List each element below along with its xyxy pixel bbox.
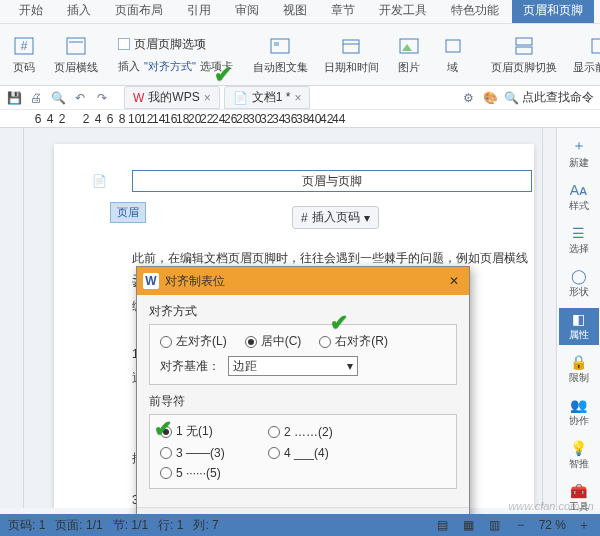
- skin-icon[interactable]: 🎨: [482, 90, 498, 106]
- tab-ref[interactable]: 引用: [176, 0, 222, 23]
- ribbon-picture[interactable]: 图片: [391, 32, 427, 77]
- tab-insert[interactable]: 插入: [56, 0, 102, 23]
- svg-marker-9: [402, 44, 412, 51]
- vertical-scrollbar[interactable]: [542, 128, 556, 508]
- zoom-out-icon[interactable]: −: [513, 517, 529, 533]
- radio-leader-3[interactable]: 3 ——(3): [160, 446, 248, 460]
- side-shape[interactable]: ◯形状: [559, 265, 599, 302]
- status-bar: 页码: 1 页面: 1/1 节: 1/1 行: 1 列: 7 ▤ ▦ ▥ − 7…: [0, 514, 600, 536]
- people-icon: 👥: [570, 397, 587, 413]
- radio-leader-4[interactable]: 4 ___(4): [268, 446, 356, 460]
- zoom-in-icon[interactable]: ＋: [576, 517, 592, 533]
- print-icon[interactable]: 🖨: [28, 90, 44, 106]
- ribbon-align-label[interactable]: "对齐方式": [144, 59, 196, 74]
- ribbon-showprev[interactable]: 显示前一项: [569, 32, 600, 77]
- save-icon[interactable]: 💾: [6, 90, 22, 106]
- ribbon-pageline[interactable]: 页眉横线: [50, 32, 102, 77]
- dialog-close-button[interactable]: ✕: [445, 272, 463, 290]
- calendar-icon: [337, 34, 365, 58]
- ribbon-headerfooter-options[interactable]: 页眉页脚选项: [118, 36, 233, 53]
- align-section-label: 对齐方式: [149, 303, 457, 320]
- property-icon: ◧: [572, 311, 585, 327]
- view-web-icon[interactable]: ▦: [461, 517, 477, 533]
- status-section: 节: 1/1: [113, 517, 148, 534]
- header-edit-box[interactable]: 页眉与页脚: [132, 170, 532, 192]
- view-normal-icon[interactable]: ▤: [435, 517, 451, 533]
- tab-layout[interactable]: 页面布局: [104, 0, 174, 23]
- leader-section-label: 前导符: [149, 393, 457, 410]
- side-property[interactable]: ◧属性: [559, 308, 599, 345]
- tab-special[interactable]: 特色功能: [440, 0, 510, 23]
- settings-icon[interactable]: ⚙: [460, 90, 476, 106]
- close-icon[interactable]: ×: [204, 91, 211, 105]
- tab-headerfooter[interactable]: 页眉和页脚: [512, 0, 594, 23]
- doctab-wps-label: 我的WPS: [148, 89, 199, 106]
- svg-rect-6: [343, 40, 359, 53]
- close-icon[interactable]: ×: [294, 91, 301, 105]
- checkbox-icon: [118, 38, 130, 50]
- shape-icon: ◯: [571, 268, 587, 284]
- tab-view[interactable]: 视图: [272, 0, 318, 23]
- baseline-value: 边距: [233, 358, 257, 375]
- ribbon-autogallery[interactable]: 自动图文集: [249, 32, 312, 77]
- wps-logo-icon: W: [133, 91, 144, 105]
- horizontal-ruler[interactable]: 6422468101214161820222426283032343638404…: [0, 110, 600, 128]
- picture-icon: [395, 34, 423, 58]
- chevron-down-icon: ▾: [347, 359, 353, 373]
- side-select[interactable]: ☰选择: [559, 222, 599, 259]
- radio-leader-2[interactable]: 2 ……(2): [268, 423, 356, 440]
- ribbon-field[interactable]: 域: [435, 32, 471, 77]
- search-placeholder: 点此查找命令: [522, 89, 594, 106]
- field-icon: [439, 34, 467, 58]
- insert-pagenumber-label: 插入页码: [312, 209, 360, 226]
- vertical-ruler[interactable]: [0, 128, 24, 508]
- doctab-wps[interactable]: W 我的WPS ×: [124, 86, 220, 109]
- dialog-titlebar[interactable]: W 对齐制表位 ✕: [137, 267, 469, 295]
- ribbon-option-label: 页眉页脚选项: [134, 36, 206, 53]
- svg-rect-11: [516, 38, 532, 45]
- ribbon-tabcard-label: 选项卡: [200, 59, 233, 74]
- radio-align-right[interactable]: 右对齐(R): [319, 333, 388, 350]
- side-style[interactable]: Aᴀ样式: [559, 179, 599, 216]
- side-limit[interactable]: 🔒限制: [559, 351, 599, 388]
- menu-tabs: 开始 插入 页面布局 引用 审阅 视图 章节 开发工具 特色功能 页眉和页脚: [0, 0, 600, 24]
- radio-leader-5[interactable]: 5 ······(5): [160, 466, 248, 480]
- command-search[interactable]: 🔍 点此查找命令: [504, 89, 594, 106]
- side-panel: ＋新建 Aᴀ样式 ☰选择 ◯形状 ◧属性 🔒限制 👥协作 💡智推 🧰工具: [556, 128, 600, 508]
- view-outline-icon[interactable]: ▥: [487, 517, 503, 533]
- ribbon-switch-label: 页眉页脚切换: [491, 60, 557, 75]
- svg-rect-12: [516, 47, 532, 54]
- radio-align-center[interactable]: 居中(C): [245, 333, 302, 350]
- ribbon-datetime[interactable]: 日期和时间: [320, 32, 383, 77]
- doc-icon: 📄: [233, 91, 248, 105]
- radio-leader-1[interactable]: 1 无(1): [160, 423, 248, 440]
- chevron-down-icon: ▾: [364, 211, 370, 225]
- ribbon-pagenumber[interactable]: # 页码: [6, 32, 42, 77]
- side-new[interactable]: ＋新建: [559, 134, 599, 173]
- baseline-select[interactable]: 边距 ▾: [228, 356, 358, 376]
- svg-rect-4: [271, 39, 289, 53]
- header-tag: 页眉: [110, 202, 146, 223]
- preview-icon[interactable]: 🔍: [50, 90, 66, 106]
- tab-chapter[interactable]: 章节: [320, 0, 366, 23]
- tab-start[interactable]: 开始: [8, 0, 54, 23]
- baseline-label: 对齐基准：: [160, 358, 220, 375]
- doctab-doc1[interactable]: 📄 文档1 * ×: [224, 86, 311, 109]
- side-smart[interactable]: 💡智推: [559, 437, 599, 474]
- status-line: 行: 1: [158, 517, 183, 534]
- ribbon-pagenumber-label: 页码: [13, 60, 35, 75]
- ribbon-switch[interactable]: 页眉页脚切换: [487, 32, 561, 77]
- status-zoom[interactable]: 72 %: [539, 518, 566, 532]
- tab-dev[interactable]: 开发工具: [368, 0, 438, 23]
- radio-align-left[interactable]: 左对齐(L): [160, 333, 227, 350]
- insert-pagenumber-button[interactable]: # 插入页码 ▾: [292, 206, 379, 229]
- redo-icon[interactable]: ↷: [94, 90, 110, 106]
- svg-text:#: #: [21, 39, 28, 53]
- side-collab[interactable]: 👥协作: [559, 394, 599, 431]
- ribbon-field-label: 域: [447, 60, 458, 75]
- undo-icon[interactable]: ↶: [72, 90, 88, 106]
- svg-rect-10: [446, 40, 460, 52]
- tab-review[interactable]: 审阅: [224, 0, 270, 23]
- header-sample-text: 页眉与页脚: [302, 173, 362, 190]
- plus-icon: ＋: [572, 137, 586, 155]
